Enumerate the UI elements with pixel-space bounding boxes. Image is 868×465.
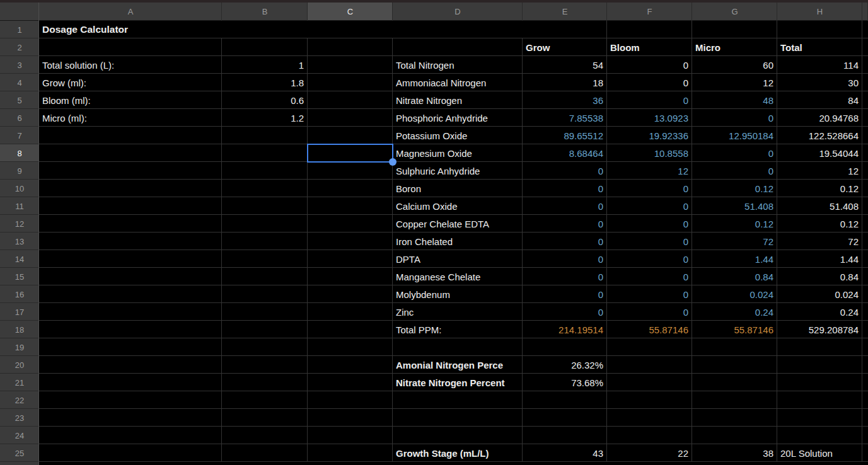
cell-G1[interactable]: [692, 21, 777, 38]
cell-G17[interactable]: 0.24: [692, 303, 777, 321]
cell-G21[interactable]: [692, 374, 777, 391]
cell-D21[interactable]: Nitrate Nitrogen Percent: [393, 374, 523, 391]
cell-D22[interactable]: [393, 391, 523, 409]
cell-G2[interactable]: Micro: [692, 38, 777, 56]
cell-D7[interactable]: Potassium Oxide: [393, 127, 523, 144]
cell-B1[interactable]: [222, 21, 308, 38]
col-header-A[interactable]: A: [39, 3, 222, 21]
cell-A3[interactable]: Total solution (L):: [39, 56, 222, 74]
cell-H8[interactable]: 19.54044: [777, 144, 862, 162]
cell-B17[interactable]: [222, 303, 308, 321]
cell-C23[interactable]: [308, 409, 393, 427]
cell-A17[interactable]: [39, 303, 222, 321]
cell-E14[interactable]: 0: [523, 250, 607, 268]
cell-A9[interactable]: [39, 162, 222, 180]
cell-B10[interactable]: [222, 180, 308, 197]
cell-C24[interactable]: [308, 427, 393, 444]
cell-E24[interactable]: [523, 427, 607, 444]
cell-D1[interactable]: [393, 21, 523, 38]
cell-G20[interactable]: [692, 356, 777, 374]
cell-A2[interactable]: [39, 38, 222, 56]
cell-H10[interactable]: 0.12: [777, 180, 862, 197]
cell-D10[interactable]: Boron: [393, 180, 523, 197]
cell-B13[interactable]: [222, 233, 308, 250]
cell-D3[interactable]: Total Nitrogen: [393, 56, 523, 74]
cell-E6[interactable]: 7.85538: [523, 109, 607, 127]
cell-E5[interactable]: 36: [523, 91, 607, 109]
cell-G22[interactable]: [692, 391, 777, 409]
cell-G18[interactable]: 55.87146: [692, 321, 777, 338]
cell-B8[interactable]: [222, 144, 308, 162]
cell-A19[interactable]: [39, 338, 222, 356]
row-header-15[interactable]: 15: [0, 268, 39, 285]
col-header-H[interactable]: H: [777, 3, 862, 21]
row-header-18[interactable]: 18: [0, 321, 39, 338]
cell-E9[interactable]: 0: [523, 162, 607, 180]
cell-E16[interactable]: 0: [523, 285, 607, 303]
cell-B6[interactable]: 1.2: [222, 109, 308, 127]
cell-A24[interactable]: [39, 427, 222, 444]
cell-A4[interactable]: Grow (ml):: [39, 74, 222, 91]
cell-G3[interactable]: 60: [692, 56, 777, 74]
cell-C20[interactable]: [308, 356, 393, 374]
cell-C9[interactable]: [308, 162, 393, 180]
cell-B7[interactable]: [222, 127, 308, 144]
cell-F14[interactable]: 0: [607, 250, 692, 268]
cell-C6[interactable]: [308, 109, 393, 127]
cell-F20[interactable]: [607, 356, 692, 374]
cell-B9[interactable]: [222, 162, 308, 180]
select-all-corner[interactable]: [0, 3, 39, 21]
cell-D5[interactable]: Nitrate Nitrogen: [393, 91, 523, 109]
cell-I20[interactable]: [862, 356, 868, 374]
cell-I19[interactable]: [862, 338, 868, 356]
cell-B24[interactable]: [222, 427, 308, 444]
row-header-13[interactable]: 13: [0, 233, 39, 250]
cell-H7[interactable]: 122.528664: [777, 127, 862, 144]
cell-H21[interactable]: [777, 374, 862, 391]
cell-D15[interactable]: Manganese Chelate: [393, 268, 523, 285]
cell-D17[interactable]: Zinc: [393, 303, 523, 321]
cell-C4[interactable]: [308, 74, 393, 91]
cell-H19[interactable]: [777, 338, 862, 356]
cell-G13[interactable]: 72: [692, 233, 777, 250]
row-header-5[interactable]: 5: [0, 91, 39, 109]
cell-H14[interactable]: 1.44: [777, 250, 862, 268]
cell-D16[interactable]: Molybdenum: [393, 285, 523, 303]
cell-D23[interactable]: [393, 409, 523, 427]
row-header-17[interactable]: 17: [0, 303, 39, 321]
cell-I2[interactable]: [862, 38, 868, 56]
row-header-12[interactable]: 12: [0, 215, 39, 233]
col-header-D[interactable]: D: [393, 3, 523, 21]
cell-F13[interactable]: 0: [607, 233, 692, 250]
cell-C3[interactable]: [308, 56, 393, 74]
cell-B23[interactable]: [222, 409, 308, 427]
cell-G8[interactable]: 0: [692, 144, 777, 162]
row-header-3[interactable]: 3: [0, 56, 39, 74]
cell-D13[interactable]: Iron Chelated: [393, 233, 523, 250]
cell-B2[interactable]: [222, 38, 308, 56]
selection-fill-handle[interactable]: [389, 158, 396, 166]
cell-C10[interactable]: [308, 180, 393, 197]
cell-D6[interactable]: Phosphoric Anhydride: [393, 109, 523, 127]
cell-E8[interactable]: 8.68464: [523, 144, 607, 162]
cell-E7[interactable]: 89.65512: [523, 127, 607, 144]
row-header-10[interactable]: 10: [0, 180, 39, 197]
row-header-14[interactable]: 14: [0, 250, 39, 268]
cell-H18[interactable]: 529.208784: [777, 321, 862, 338]
cell-C18[interactable]: [308, 321, 393, 338]
cell-E10[interactable]: 0: [523, 180, 607, 197]
cell-B3[interactable]: 1: [222, 56, 308, 74]
cell-D8[interactable]: Magnesium Oxide: [393, 144, 523, 162]
cell-B12[interactable]: [222, 215, 308, 233]
cell-F18[interactable]: 55.87146: [607, 321, 692, 338]
cell-A5[interactable]: Bloom (ml):: [39, 91, 222, 109]
cell-I8[interactable]: [862, 144, 868, 162]
row-header-6[interactable]: 6: [0, 109, 39, 127]
row-header-21[interactable]: 21: [0, 374, 39, 391]
row-header-20[interactable]: 20: [0, 356, 39, 374]
row-header-11[interactable]: 11: [0, 197, 39, 215]
cell-E22[interactable]: [523, 391, 607, 409]
cell-H1[interactable]: [777, 21, 862, 38]
cell-G10[interactable]: 0.12: [692, 180, 777, 197]
cell-B21[interactable]: [222, 374, 308, 391]
